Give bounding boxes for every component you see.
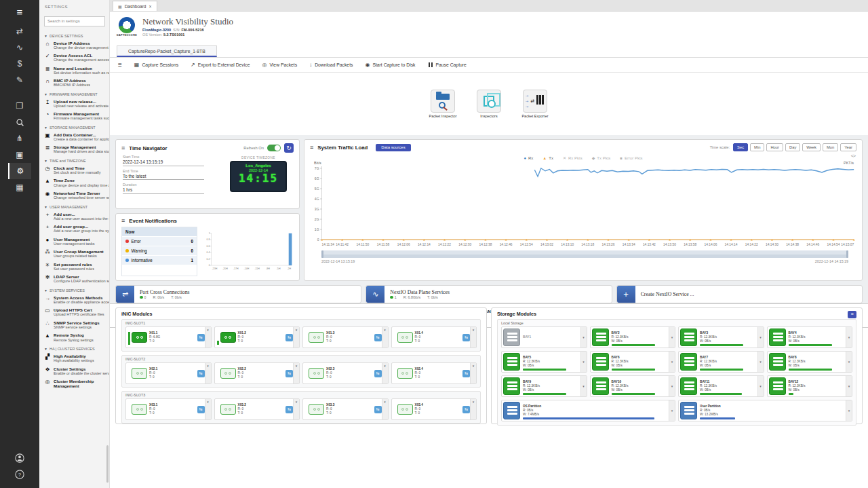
services-icon[interactable]: $ bbox=[8, 56, 31, 72]
port-card-X01.1[interactable]: X01.1R: 6.8GT: 0 ⇆ ▾ bbox=[125, 326, 212, 348]
packages-icon[interactable]: ▣ bbox=[8, 147, 31, 163]
sidebar-item-add-data-container[interactable]: ▣ Add Data Container...Create a data con… bbox=[44, 132, 105, 142]
traffic-menu-icon[interactable]: ≡ bbox=[310, 144, 313, 151]
sidebar-item-user-group-management[interactable]: ⁂ User Group ManagementUser groups relat… bbox=[44, 249, 105, 259]
close-tab-icon[interactable]: × bbox=[149, 4, 151, 9]
storage-card-bay3[interactable]: BAY3R: 12.3KB/sW: 0B/s ▾ bbox=[678, 326, 764, 348]
storage-card-user-partition[interactable]: User PartitionR: 0B/sW: 13.2MB/s ▾ bbox=[678, 400, 852, 421]
port-dropdown[interactable]: ▾ bbox=[205, 363, 211, 383]
storage-dropdown[interactable]: ▾ bbox=[846, 376, 852, 396]
event-row-error[interactable]: Error 0 bbox=[122, 236, 197, 246]
event-row-warning[interactable]: Warning 0 bbox=[122, 246, 197, 255]
port-card-X03.3[interactable]: X03.3R: 0T: 0 ⇆ ▾ bbox=[302, 398, 389, 420]
sidebar-item-networked-time-server[interactable]: ◉ Networked Time ServerChange networked … bbox=[44, 191, 105, 200]
port-card-X02.4[interactable]: X02.4R: 0T: 0 ⇆ ▾ bbox=[391, 362, 477, 384]
port-card-X01.4[interactable]: X01.4R: 0T: 0 ⇆ ▾ bbox=[391, 326, 477, 348]
cross-connect-icon[interactable]: ⇄ bbox=[8, 23, 31, 39]
storage-card-bay1[interactable]: BAY1 ▾ bbox=[501, 326, 587, 348]
port-action-icon[interactable]: ⇆ bbox=[285, 334, 293, 341]
sidebar-section-header[interactable]: ▼USER MANAGEMENT bbox=[44, 205, 105, 209]
port-dropdown[interactable]: ▾ bbox=[293, 327, 299, 348]
port-action-icon[interactable]: ⇆ bbox=[462, 406, 470, 413]
sidebar-item-cluster-membership-management[interactable]: ◎ Cluster Membership Management bbox=[44, 379, 105, 388]
sidebar-section-header[interactable]: ▼HA | CLUSTER SERVICES bbox=[44, 347, 105, 351]
port-action-icon[interactable]: ⇆ bbox=[197, 406, 205, 413]
port-dropdown[interactable]: ▾ bbox=[470, 327, 476, 348]
end-time-value[interactable]: To the latest bbox=[123, 173, 204, 181]
port-dropdown[interactable]: ▾ bbox=[205, 327, 211, 348]
topology-icon[interactable]: ⋔ bbox=[8, 130, 31, 147]
create-nextio-service-button[interactable]: + Create NextIO Service ... bbox=[616, 285, 863, 303]
port-card-X03.2[interactable]: X03.2R: 0T: 0 ⇆ ▾ bbox=[214, 398, 300, 420]
storage-dropdown[interactable]: ▾ bbox=[846, 327, 852, 348]
tab-dashboard[interactable]: ▦ Dashboard × bbox=[113, 1, 157, 11]
sidebar-item-device-access-acl[interactable]: ✓ Device Access ACLChange the management… bbox=[44, 53, 105, 62]
sidebar-item-name-and-location[interactable]: ≣ Name and LocationSet device informatio… bbox=[44, 66, 105, 75]
refresh-toggle[interactable] bbox=[267, 145, 281, 151]
export-external-device-button[interactable]: ↗Export to External Device bbox=[191, 62, 250, 68]
start-capture-button[interactable]: ◉Start Capture to Disk bbox=[365, 62, 415, 68]
storage-dropdown[interactable]: ▾ bbox=[580, 327, 587, 348]
settings-gear-icon[interactable]: ⚙ bbox=[8, 163, 31, 179]
port-action-icon[interactable]: ⇆ bbox=[462, 334, 470, 341]
sidebar-item-set-password-rules[interactable]: ✳ Set password rulesSet user password ru… bbox=[44, 262, 105, 271]
time-scale-sec-button[interactable]: Sec bbox=[733, 143, 748, 151]
storage-dropdown[interactable]: ▾ bbox=[580, 352, 587, 372]
storage-card-bay4[interactable]: BAY4R: 12.3KB/sW: 0B/s ▾ bbox=[767, 326, 853, 348]
port-action-icon[interactable]: ⇆ bbox=[197, 334, 205, 341]
legend-tx[interactable]: ▲Tx bbox=[542, 155, 553, 160]
sidebar-item-system-access-methods[interactable]: → System Access MethodsEnable or disable… bbox=[44, 295, 105, 305]
storage-card-bay11[interactable]: BAY11R: 12.3KB/sW: 0B/s ▾ bbox=[678, 375, 764, 397]
storage-dropdown[interactable]: ▾ bbox=[757, 376, 764, 396]
sidebar-item-clock-and-time[interactable]: ◷ Clock and TimeSet clock and time manua… bbox=[44, 166, 105, 175]
port-action-icon[interactable]: ⇆ bbox=[374, 406, 382, 413]
chart-pan-icon[interactable]: <> bbox=[851, 153, 855, 158]
capture-edit-icon[interactable]: ✎ bbox=[8, 72, 31, 88]
storage-card-bay12[interactable]: BAY12R: 12.3KB/sW: 0B/s ▾ bbox=[767, 375, 853, 397]
start-time-field[interactable]: Start Time 2022-12-14 13:15:19 bbox=[123, 155, 224, 166]
sidebar-item-add-user[interactable]: + Add user...Add a new user account into… bbox=[44, 212, 105, 221]
end-time-field[interactable]: End Time To the latest bbox=[123, 169, 224, 181]
storage-card-bay7[interactable]: BAY7R: 12.3KB/sW: 0B/s ▾ bbox=[678, 351, 764, 373]
start-time-value[interactable]: 2022-12-14 13:15:19 bbox=[123, 159, 204, 166]
storage-dropdown[interactable]: ▾ bbox=[669, 327, 675, 348]
port-dropdown[interactable]: ▾ bbox=[293, 363, 299, 383]
storage-card-bay2[interactable]: BAY2R: 12.3KB/sW: 0B/s ▾ bbox=[590, 326, 676, 348]
sessions-icon[interactable]: ❐ bbox=[8, 98, 31, 114]
port-action-icon[interactable]: ⇆ bbox=[374, 334, 382, 341]
legend-tx-pkts[interactable]: ◆Tx Pkts bbox=[592, 155, 611, 160]
duration-field[interactable]: Duration 1 hrs bbox=[123, 183, 224, 194]
legend-error-pkts[interactable]: ■Error Pkts bbox=[620, 155, 642, 160]
sidebar-item-add-user-group[interactable]: + Add user group...Add a new user group … bbox=[44, 224, 105, 233]
help-icon[interactable]: ? bbox=[8, 466, 31, 483]
duration-value[interactable]: 1 hrs bbox=[123, 187, 204, 194]
time-scale-mon-button[interactable]: Mon bbox=[823, 143, 838, 151]
port-action-icon[interactable]: ⇆ bbox=[285, 406, 293, 413]
port-dropdown[interactable]: ▾ bbox=[470, 399, 476, 419]
port-card-X01.3[interactable]: X01.3R: 0T: 0 ⇆ ▾ bbox=[302, 326, 389, 348]
port-dropdown[interactable]: ▾ bbox=[382, 327, 388, 348]
tab-capture-repo[interactable]: CaptureRepo-Packet_Capture_1-8TB bbox=[117, 45, 217, 57]
packet-inspector-icon[interactable]: Packet Inspector bbox=[425, 90, 460, 119]
toolbar-menu-icon[interactable]: ≡ bbox=[118, 61, 122, 69]
sidebar-scrollbar[interactable] bbox=[106, 445, 108, 483]
storage-card-bay5[interactable]: BAY5R: 12.3KB/sW: 0B/s ▾ bbox=[501, 351, 587, 373]
packet-exporter-icon[interactable]: ⇢⇢⇢⇄ Packet Exporter bbox=[517, 90, 553, 119]
storage-dropdown[interactable]: ▾ bbox=[580, 376, 587, 396]
sidebar-item-storage-management[interactable]: ≣ Storage ManagementManage hard drives a… bbox=[44, 145, 105, 154]
sidebar-item-bmc-ip-address[interactable]: ∩ BMC IP AddressBMC/IPMI IP Address bbox=[44, 78, 105, 88]
port-action-icon[interactable]: ⇆ bbox=[374, 370, 382, 377]
legend-rx-pkts[interactable]: ✕Rx Pkts bbox=[563, 155, 583, 160]
sidebar-item-snmp-service-settings[interactable]: ∴ SNMP Service SettingsSNMP service sett… bbox=[44, 320, 105, 330]
storage-dropdown[interactable]: ▾ bbox=[669, 400, 675, 421]
time-range-brush[interactable] bbox=[321, 250, 848, 258]
sidebar-item-time-zone[interactable]: ▲ Time ZoneChange device and display tim… bbox=[44, 178, 105, 187]
capture-sessions-button[interactable]: ▦Capture Sessions bbox=[134, 62, 178, 68]
hamburger-menu-icon[interactable]: ≡ bbox=[0, 0, 39, 23]
port-dropdown[interactable]: ▾ bbox=[382, 399, 388, 419]
storage-card-os-partition[interactable]: OS PartitionR: 0B/sW: 7.4MB/s ▾ bbox=[501, 400, 675, 421]
port-card-X03.1[interactable]: X03.1R: 0T: 0 ⇆ ▾ bbox=[125, 398, 212, 420]
view-packets-button[interactable]: ◎View Packets bbox=[262, 62, 297, 68]
port-dropdown[interactable]: ▾ bbox=[382, 363, 388, 383]
time-scale-week-button[interactable]: Week bbox=[802, 143, 821, 151]
